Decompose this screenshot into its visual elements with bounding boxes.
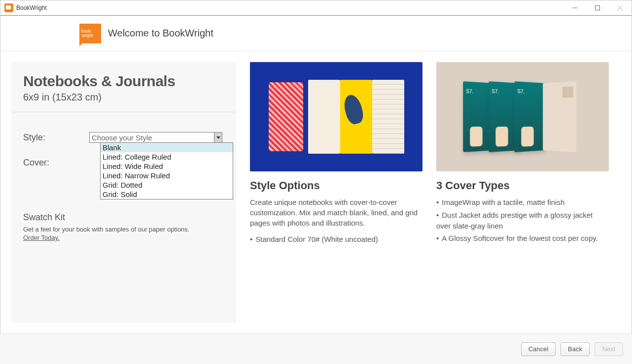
cover-types-image: S7. S7. S7.: [436, 62, 609, 171]
product-title: Notebooks & Journals: [23, 73, 224, 90]
cover-types-title: 3 Cover Types: [436, 179, 609, 192]
cover-bullet-1: •ImageWrap with a tactile, matte finish: [436, 197, 609, 208]
logo-icon: book wright: [79, 24, 101, 43]
cover-bullet-2: •Dust Jacket adds prestige with a glossy…: [436, 210, 609, 232]
page-yellow: [340, 80, 372, 154]
cover-types-column: S7. S7. S7. 3 Cover Types •ImageWrap wit…: [436, 62, 609, 323]
option-lined-wide[interactable]: Lined: Wide Ruled: [101, 162, 233, 171]
app-icon: [4, 3, 13, 12]
book-open-icon: [543, 81, 576, 152]
maximize-button[interactable]: [586, 0, 609, 15]
swatch-kit-desc: Get a feel for your book with samples of…: [23, 226, 224, 233]
style-options-column: Style Options Create unique notebooks wi…: [250, 62, 422, 323]
style-row: Style: Choose your Style: [23, 132, 224, 143]
svg-rect-0: [572, 7, 577, 8]
style-options-bullet-1: •Standard Color 70# (White uncoated): [250, 234, 422, 245]
cover-bullet-2-text: Dust Jacket adds prestige with a glossy …: [436, 211, 593, 230]
cover-label: Cover:: [23, 158, 89, 168]
product-subtitle: 6x9 in (15x23 cm): [23, 92, 224, 103]
style-options-image: [250, 62, 422, 171]
style-options-title: Style Options: [250, 179, 422, 192]
window-title: BookWright: [16, 4, 47, 11]
style-bullet-1-text: Standard Color 70# (White uncoated): [255, 235, 378, 243]
left-panel: Notebooks & Journals 6x9 in (15x23 cm) S…: [11, 62, 236, 323]
back-button[interactable]: Back: [561, 342, 590, 356]
style-select-text: Choose your Style: [90, 133, 152, 142]
order-today-link[interactable]: Order Today.: [23, 234, 60, 241]
notebook-red-icon: [269, 82, 303, 151]
style-dropdown-list: Blank Lined: College Ruled Lined: Wide R…: [100, 142, 233, 199]
minimize-button[interactable]: [563, 0, 586, 15]
cover-bullet-3: •A Glossy Softcover for the lowest cost …: [436, 233, 609, 244]
next-button: Next: [595, 342, 623, 356]
window-controls: [563, 0, 632, 15]
footer: Cancel Back Next: [0, 333, 632, 364]
titlebar: BookWright: [0, 0, 632, 15]
book-icon: S7.: [514, 81, 545, 152]
style-label: Style:: [23, 132, 89, 143]
divider: [11, 112, 236, 112]
welcome-header: book wright Welcome to BookWright: [0, 16, 632, 51]
logo-text-2: wright: [81, 33, 101, 38]
book-label: S7.: [492, 89, 499, 95]
style-options-desc: Create unique notebooks with cover-to-co…: [250, 197, 422, 228]
page-blank: [308, 80, 340, 154]
book-label: S7.: [517, 89, 525, 95]
cover-bullet-3-text: A Glossy Softcover for the lowest cost p…: [442, 234, 598, 242]
option-lined-narrow[interactable]: Lined: Narrow Ruled: [101, 171, 233, 180]
cover-bullet-1-text: ImageWrap with a tactile, matte finish: [442, 198, 564, 206]
style-select[interactable]: Choose your Style: [89, 132, 222, 143]
option-lined-college[interactable]: Lined: College Ruled: [101, 152, 233, 162]
option-grid-dotted[interactable]: Grid: Dotted: [101, 180, 233, 190]
option-blank[interactable]: Blank: [101, 143, 233, 152]
option-grid-solid[interactable]: Grid: Solid: [101, 190, 233, 199]
book-label: S7.: [466, 89, 473, 95]
svg-rect-1: [596, 5, 600, 10]
welcome-text: Welcome to BookWright: [108, 28, 213, 39]
close-button[interactable]: [609, 0, 632, 15]
cancel-button[interactable]: Cancel: [521, 342, 556, 356]
notebook-open-icon: [308, 80, 404, 154]
content: Notebooks & Journals 6x9 in (15x23 cm) S…: [0, 51, 632, 334]
swatch-kit-title: Swatch Kit: [23, 212, 224, 223]
chevron-down-icon: [214, 132, 222, 142]
page-lined: [372, 80, 404, 154]
